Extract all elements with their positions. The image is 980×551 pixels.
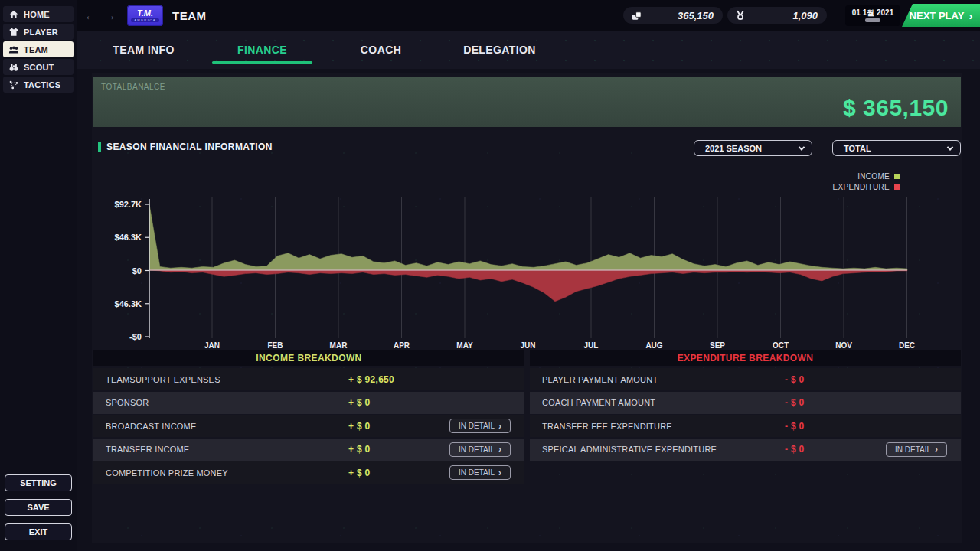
chevron-down-icon (947, 144, 953, 150)
legend-expenditure-label: EXPENDITURE (833, 183, 890, 191)
chevron-right-icon: › (498, 445, 501, 454)
medal-icon (735, 10, 746, 21)
table-row: COACH PAYMENT AMOUNT- $ 0 (530, 392, 961, 414)
jersey-icon (8, 27, 19, 37)
income-breakdown-table: INCOME BREAKDOWN TEAMSUPPORT EXPENSES+ $… (93, 350, 524, 485)
row-label: BROADCAST INCOME (106, 422, 348, 431)
svg-text:OCT: OCT (773, 341, 789, 350)
money-value: 365,150 (678, 10, 714, 21)
sidebar-item-label: TEAM (24, 45, 48, 54)
table-row: TRANSFER FEE EXPENDITURE- $ 0 (530, 415, 961, 437)
table-row: COMPETITION PRIZE MONEY+ $ 0IN DETAIL› (93, 461, 524, 484)
season-select[interactable]: 2021 SEASON (694, 140, 812, 156)
row-value: + $ 92,650 (348, 374, 448, 385)
content-area: TEAM INFOFINANCECOACHDELEGATION TOTALBAN… (77, 31, 980, 551)
tabbar: TEAM INFOFINANCECOACHDELEGATION (77, 31, 980, 69)
logo-text: T.M. (137, 9, 153, 18)
tab-finance[interactable]: FINANCE (203, 31, 322, 69)
home-icon (8, 9, 19, 20)
income-breakdown-title: INCOME BREAKDOWN (93, 350, 524, 366)
row-value: + $ 0 (348, 421, 448, 432)
date-badge: 01 1월 2021 (845, 5, 900, 26)
total-balance-card: TOTALBANALCE $ 365,150 (93, 77, 961, 127)
back-arrow-icon[interactable]: ← (84, 9, 97, 22)
logo-subtext: AMERICA (131, 18, 159, 22)
sidebar-item-label: PLAYER (24, 28, 58, 37)
forward-arrow-icon[interactable]: → (103, 9, 116, 22)
table-row: TEAMSUPPORT EXPENSES+ $ 92,650 (93, 368, 524, 390)
total-balance-value: $ 365,150 (843, 95, 949, 121)
tab-delegation[interactable]: DELEGATION (440, 31, 559, 69)
sidebar-item-scout[interactable]: SCOUT (3, 59, 74, 75)
sidebar-item-team[interactable]: TEAM (3, 41, 74, 57)
row-label: SPONSOR (106, 398, 348, 407)
table-row: PLAYER PAYMENT AMOUNT- $ 0 (530, 368, 961, 390)
row-value: + $ 0 (348, 468, 448, 478)
tab-coach[interactable]: COACH (322, 31, 440, 69)
row-value: - $ 0 (785, 374, 884, 385)
svg-text:-$0: -$0 (129, 332, 142, 341)
legend-income-label: INCOME (858, 172, 890, 181)
sidebar-item-home[interactable]: HOME (3, 6, 74, 22)
save-button[interactable]: SAVE (5, 499, 72, 516)
chevron-right-icon: › (935, 445, 938, 454)
svg-text:$0: $0 (132, 266, 142, 276)
chart-legend: INCOME EXPENDITURE (833, 172, 900, 191)
tm-america-logo: T.M. AMERICA (127, 5, 163, 26)
table-row: BROADCAST INCOME+ $ 0IN DETAIL› (93, 415, 524, 437)
row-label: COACH PAYMENT AMOUNT (542, 398, 785, 407)
row-value: - $ 0 (785, 397, 884, 408)
sidebar-item-label: SCOUT (24, 63, 54, 72)
row-value: - $ 0 (785, 444, 884, 455)
svg-text:JUL: JUL (584, 341, 599, 350)
team-icon (8, 44, 19, 55)
row-label: TEAMSUPPORT EXPENSES (106, 375, 348, 384)
exit-button[interactable]: EXIT (5, 523, 72, 540)
legend-income-swatch (894, 174, 900, 179)
in-detail-button[interactable]: IN DETAIL› (449, 419, 511, 433)
next-play-button[interactable]: NEXT PLAY › (902, 4, 980, 27)
sidebar-item-label: TACTICS (24, 80, 60, 90)
legend-expenditure-swatch (894, 184, 900, 190)
money-icon (631, 10, 642, 21)
sidebar-item-tactics[interactable]: TACTICS (3, 77, 74, 93)
current-date: 01 1월 2021 (852, 8, 894, 17)
medal-chip: 1,090 (727, 7, 827, 24)
svg-text:SEP: SEP (710, 341, 725, 350)
svg-text:MAR: MAR (330, 341, 348, 350)
expenditure-breakdown-table: EXPENDITURE BREAKDOWN PLAYER PAYMENT AMO… (530, 350, 961, 485)
sidebar-item-player[interactable]: PLAYER (3, 24, 74, 40)
svg-text:$92.7K: $92.7K (115, 200, 142, 209)
row-label: PLAYER PAYMENT AMOUNT (542, 375, 785, 384)
tab-team-info[interactable]: TEAM INFO (84, 31, 203, 69)
sidebar: HOME PLAYER TEAM SCOUT TACTICS SETTING S… (0, 0, 77, 551)
medal-value: 1,090 (792, 10, 818, 21)
tactics-icon (8, 80, 19, 90)
in-detail-button[interactable]: IN DETAIL› (449, 442, 511, 457)
money-chip: 365,150 (623, 7, 723, 24)
in-detail-button[interactable]: IN DETAIL› (886, 442, 947, 457)
setting-button[interactable]: SETTING (5, 474, 72, 491)
row-label: TRANSFER FEE EXPENDITURE (542, 422, 785, 431)
row-label: TRANSFER INCOME (106, 445, 348, 454)
expenditure-breakdown-title: EXPENDITURE BREAKDOWN (530, 350, 961, 366)
section-title: SEASON FINANCIAL INFORMATION (98, 142, 273, 152)
next-play-label: NEXT PLAY (910, 10, 965, 21)
row-value: + $ 0 (348, 444, 448, 455)
row-value: - $ 0 (785, 421, 884, 432)
row-value: + $ 0 (348, 397, 448, 408)
svg-text:NOV: NOV (835, 341, 852, 350)
svg-text:JUN: JUN (520, 341, 535, 350)
in-detail-button[interactable]: IN DETAIL› (449, 465, 511, 480)
chevron-right-icon: › (969, 9, 972, 22)
scope-select[interactable]: TOTAL (832, 140, 961, 156)
binoculars-icon (8, 62, 19, 73)
svg-text:DEC: DEC (899, 341, 915, 350)
svg-text:$46.3K: $46.3K (115, 299, 142, 308)
svg-text:MAY: MAY (456, 341, 473, 350)
date-sub-badge (865, 18, 880, 22)
svg-text:$46.3K: $46.3K (115, 233, 142, 242)
page-title: TEAM (172, 9, 207, 22)
table-row: TRANSFER INCOME+ $ 0IN DETAIL› (93, 439, 524, 461)
row-label: SPEICAL ADMINISTRATIVE EXPENDITURE (542, 445, 785, 454)
